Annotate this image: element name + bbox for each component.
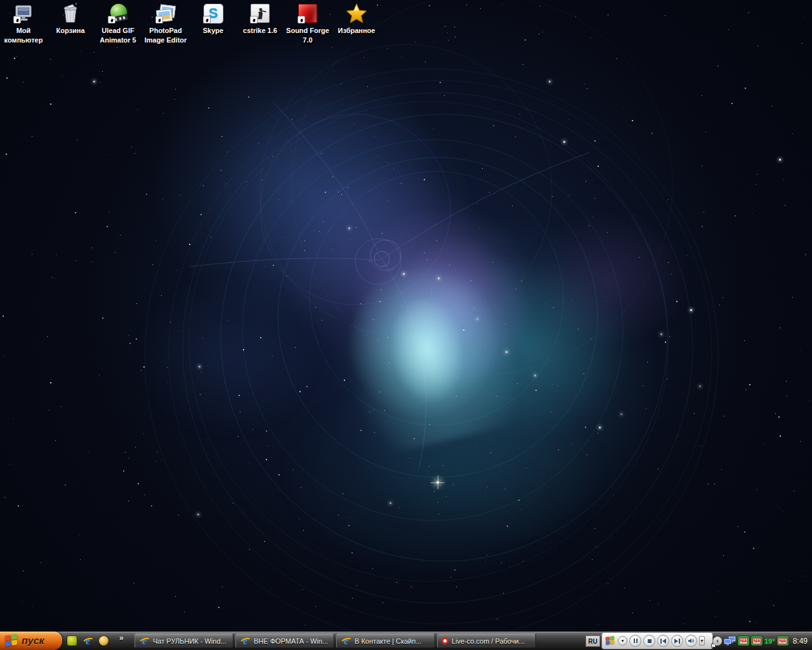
wallpaper: [0, 0, 812, 650]
desktop-icon-recycle-bin[interactable]: Корзина: [46, 3, 95, 36]
icon-label: Skype: [203, 26, 223, 36]
shortcut-arrow-icon: [298, 16, 305, 23]
desktop-icon-favorites[interactable]: Избранное: [332, 3, 381, 36]
icon-label: Sound Forge 7.0: [284, 26, 332, 45]
stop-button[interactable]: [643, 635, 655, 647]
system-tray: ‹ N/A N/A 19° N/A 8:49: [713, 632, 812, 650]
icon-label: Корзина: [56, 26, 85, 36]
fan-sensor-icon[interactable]: N/A: [777, 636, 789, 646]
volume-dropdown-icon[interactable]: ▼: [699, 636, 705, 646]
messenger-icon[interactable]: [67, 636, 77, 646]
language-indicator[interactable]: RU: [586, 635, 600, 647]
chevron-down-icon[interactable]: ▼: [618, 636, 627, 646]
volume-icon: [688, 637, 695, 644]
taskbar-button-vkontakte[interactable]: e В Контакте | Скайп...: [336, 633, 435, 648]
taskbar-button-chat-rulnik[interactable]: e Чат РУЛЬНИК - Wind...: [134, 633, 233, 648]
internet-explorer-icon: e: [240, 635, 251, 646]
gold-sphere-icon[interactable]: [99, 636, 108, 646]
taskbar: пуск e » e Чат РУЛЬНИК - Wind... e ВНЕ Ф…: [0, 632, 812, 650]
bright-star: [433, 478, 442, 487]
task-buttons: e Чат РУЛЬНИК - Wind... e ВНЕ ФОРМАТА - …: [134, 633, 536, 648]
shortcut-arrow-icon: [203, 16, 211, 23]
taskbar-button-vne-formata[interactable]: e ВНЕ ФОРМАТА - Win...: [235, 633, 334, 648]
quick-launch-bar: e: [65, 632, 108, 650]
internet-explorer-icon[interactable]: e: [82, 635, 93, 646]
nebula-rings: [0, 0, 812, 650]
desktop-icon-photopad[interactable]: PhotoPad Image Editor: [141, 3, 190, 45]
desktop-icon-my-computer[interactable]: Мой компьютер: [0, 3, 48, 45]
windows-logo-icon: [5, 633, 18, 647]
favorites-star-icon: [346, 3, 367, 23]
media-player-toolbar: ▼ ▼ ▲▼: [601, 632, 713, 649]
previous-button[interactable]: [657, 635, 669, 647]
desktop-icon-cstrike[interactable]: cstrike 1.6: [236, 3, 284, 36]
tray-clock[interactable]: 8:49: [793, 637, 812, 646]
pause-button[interactable]: [629, 635, 641, 647]
start-button[interactable]: пуск: [0, 632, 62, 650]
icon-label: Избранное: [338, 26, 376, 36]
shortcut-arrow-icon: [155, 16, 163, 23]
quick-launch-overflow-chevron[interactable]: »: [119, 633, 124, 642]
icon-label: Ulead GIF Animator 5: [94, 26, 142, 45]
taskbar-button-live-co[interactable]: Live-co.com / Рабочи...: [437, 633, 536, 648]
start-button-label: пуск: [22, 635, 44, 647]
next-button[interactable]: [671, 635, 683, 647]
icon-label: cstrike 1.6: [243, 26, 277, 36]
volume-button[interactable]: [685, 635, 697, 647]
tray-collapse-chevron[interactable]: ‹: [713, 637, 722, 646]
fan-sensor-icon[interactable]: N/A: [738, 636, 749, 646]
fan-sensor-icon[interactable]: N/A: [751, 636, 763, 646]
network-icon[interactable]: [724, 636, 736, 646]
opera-icon: [442, 637, 449, 644]
temperature-readout[interactable]: 19°: [764, 637, 775, 645]
desktop: Мой компьютер Корзина Ulead GIF Animator…: [0, 0, 812, 650]
desktop-icon-ulead-gif-animator[interactable]: Ulead GIF Animator 5: [94, 3, 142, 45]
internet-explorer-icon: e: [341, 635, 351, 646]
icon-label: Мой компьютер: [0, 26, 48, 45]
icon-label: PhotoPad Image Editor: [141, 26, 190, 45]
desktop-icon-skype[interactable]: S Skype: [189, 3, 237, 36]
shortcut-arrow-icon: [13, 16, 21, 23]
desktop-icon-sound-forge[interactable]: Sound Forge 7.0: [284, 3, 332, 45]
windows-media-logo-icon: [605, 636, 614, 646]
shortcut-arrow-icon: [108, 16, 115, 23]
internet-explorer-icon: e: [139, 635, 150, 646]
shortcut-arrow-icon: [250, 16, 258, 23]
recycle-bin-icon: [61, 3, 80, 23]
